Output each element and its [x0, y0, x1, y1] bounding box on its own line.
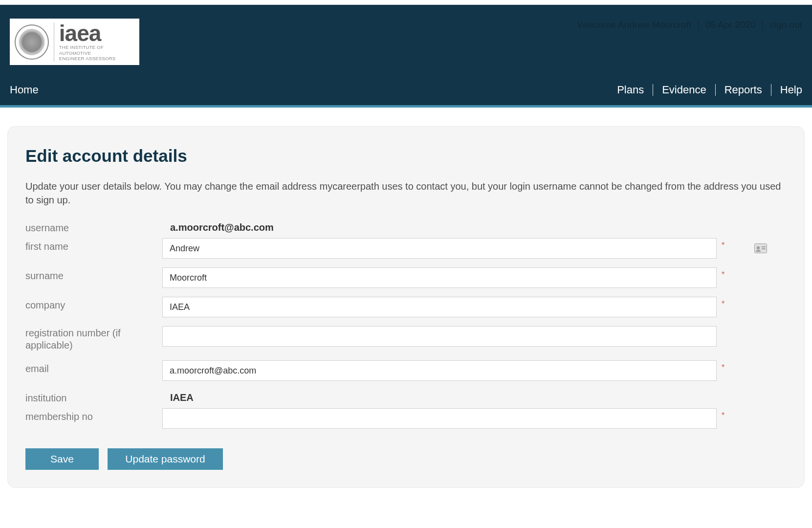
buttons-row: Save Update password	[25, 448, 787, 470]
svg-rect-2	[762, 246, 766, 247]
separator	[653, 84, 653, 96]
input-membership[interactable]	[162, 408, 717, 429]
update-password-button[interactable]: Update password	[108, 448, 223, 470]
nav-evidence[interactable]: Evidence	[662, 84, 706, 96]
save-button[interactable]: Save	[25, 448, 99, 470]
header-top: iaea THE INSTITUTE OF AUTOMOTIVE ENGINEE…	[0, 5, 812, 65]
label-username: username	[25, 220, 162, 234]
separator	[715, 84, 716, 96]
logo-tag-line2: ENGINEER ASSESSORS	[59, 56, 134, 61]
logo-text: iaea THE INSTITUTE OF AUTOMOTIVE ENGINEE…	[59, 22, 134, 61]
required-mark: *	[722, 241, 724, 250]
row-registration: registration number (if applicable)	[25, 326, 787, 352]
page-title: Edit account details	[25, 146, 787, 166]
value-username: a.moorcroft@abc.com	[162, 220, 274, 233]
required-mark: *	[722, 270, 724, 279]
required-mark: *	[722, 411, 724, 420]
row-surname: surname *	[25, 267, 787, 288]
label-institution: institution	[25, 390, 162, 404]
window-topbar	[0, 0, 812, 5]
label-company: company	[25, 297, 162, 311]
label-membership: membership no	[25, 408, 162, 423]
separator	[762, 20, 763, 30]
required-mark: *	[722, 363, 724, 372]
label-registration: registration number (if applicable)	[25, 326, 162, 352]
nav-plans[interactable]: Plans	[617, 84, 644, 96]
row-institution: institution IAEA	[25, 390, 787, 404]
logo-acronym: iaea	[59, 22, 134, 44]
input-email[interactable]	[162, 360, 717, 381]
svg-point-1	[757, 246, 760, 249]
row-company: company *	[25, 297, 787, 317]
row-username: username a.moorcroft@abc.com	[25, 220, 787, 234]
logo-divider	[54, 22, 54, 62]
nav-help[interactable]: Help	[780, 84, 802, 96]
row-first-name: first name *	[25, 238, 787, 259]
welcome-text: Welcome Andrew Moorcroft	[577, 20, 691, 30]
date-text: 05 Apr 2020	[705, 20, 755, 30]
separator	[698, 20, 699, 30]
value-institution: IAEA	[162, 390, 194, 403]
input-registration[interactable]	[162, 326, 717, 347]
label-email: email	[25, 360, 162, 375]
main-nav: Home Plans Evidence Reports Help	[0, 65, 812, 108]
row-email: email *	[25, 360, 787, 381]
required-mark: *	[722, 300, 724, 308]
header: iaea THE INSTITUTE OF AUTOMOTIVE ENGINEE…	[0, 5, 812, 108]
nav-reports[interactable]: Reports	[724, 84, 762, 96]
row-membership: membership no *	[25, 408, 787, 429]
content: Edit account details Update your user de…	[0, 108, 812, 503]
input-first-name[interactable]	[162, 238, 717, 259]
label-surname: surname	[25, 267, 162, 282]
user-strip: Welcome Andrew Moorcroft 05 Apr 2020 sig…	[577, 20, 802, 30]
logo-tag-line1: THE INSTITUTE OF AUTOMOTIVE	[59, 44, 134, 56]
nav-right: Plans Evidence Reports Help	[617, 84, 802, 96]
page-description: Update your user details below. You may …	[25, 179, 787, 207]
label-first-name: first name	[25, 238, 162, 253]
edit-account-panel: Edit account details Update your user de…	[7, 126, 805, 488]
nav-home[interactable]: Home	[10, 84, 39, 96]
logo[interactable]: iaea THE INSTITUTE OF AUTOMOTIVE ENGINEE…	[10, 19, 139, 65]
contact-card-icon	[754, 243, 767, 253]
svg-rect-0	[755, 244, 767, 253]
signout-link[interactable]: sign out	[769, 20, 802, 30]
nav-left: Home	[10, 84, 39, 96]
separator	[771, 84, 771, 96]
input-company[interactable]	[162, 297, 717, 317]
input-surname[interactable]	[162, 267, 717, 288]
logo-seal-icon	[15, 24, 49, 60]
svg-rect-3	[762, 248, 766, 249]
